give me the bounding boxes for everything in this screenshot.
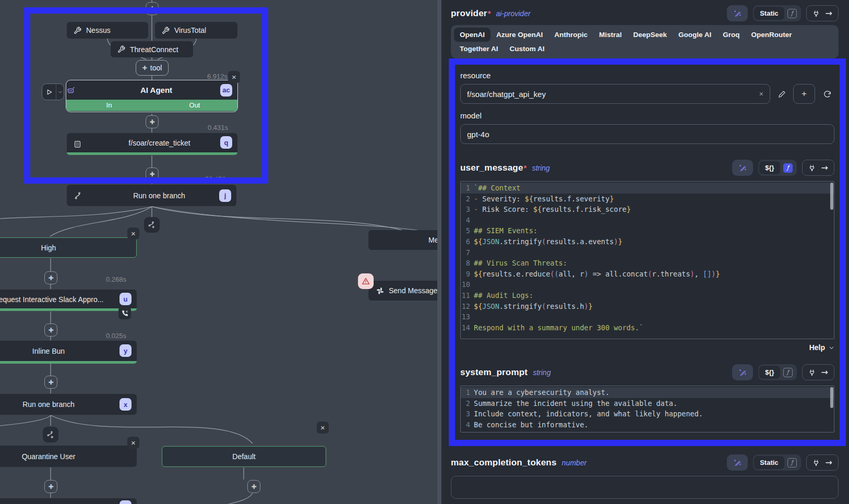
arrow-right-icon[interactable]: → <box>821 367 828 377</box>
input-mode-toggle[interactable]: Static ƒ <box>753 5 800 21</box>
node-run-one-branch-1[interactable]: Run one branch j <box>67 185 236 206</box>
port-in[interactable]: In <box>66 100 152 111</box>
function-mode-icon[interactable]: ƒ <box>783 368 793 377</box>
code-line[interactable]: 8## Virus Scan Threats: <box>461 258 834 269</box>
add-resource-button[interactable]: + <box>793 84 815 104</box>
model-input[interactable]: gpt-4o <box>460 124 834 144</box>
code-line[interactable]: 4Be concise but informative. <box>461 419 834 430</box>
plug-icon[interactable] <box>808 164 816 172</box>
canvas-scrollbar[interactable] <box>437 0 441 504</box>
template-mode-button[interactable]: ${} <box>759 161 780 174</box>
workflow-canvas[interactable]: ✚ Nessus VirusTotal ThreatConnect ✚ tool… <box>0 0 437 504</box>
editor-scrollbar[interactable] <box>830 183 833 210</box>
input-mode-toggle[interactable]: ${} ƒ <box>758 364 796 380</box>
node-nessus[interactable]: Nessus <box>67 22 148 39</box>
plug-icon[interactable] <box>808 369 816 376</box>
close-icon[interactable]: × <box>317 422 329 434</box>
plug-icon[interactable] <box>812 459 820 466</box>
add-branch-button[interactable] <box>144 217 160 233</box>
provider-tab-anthropic[interactable]: Anthropic <box>548 28 593 42</box>
node-quarantine-user[interactable]: Quarantine User <box>0 446 137 467</box>
input-mode-toggle[interactable]: Static ƒ <box>753 454 800 471</box>
close-icon[interactable]: × <box>127 227 139 239</box>
add-tool-button[interactable]: ✚ tool <box>136 60 169 76</box>
function-mode-icon[interactable]: ƒ <box>787 458 797 467</box>
provider-tab-google-ai[interactable]: Google AI <box>673 28 717 42</box>
help-label[interactable]: Help <box>809 343 825 352</box>
provider-tab-deepseek[interactable]: DeepSeek <box>628 28 673 42</box>
node-create-ticket[interactable]: f/soar/create_ticket q <box>67 133 237 155</box>
provider-tab-groq[interactable]: Groq <box>717 28 745 42</box>
add-step-connector[interactable]: ✚ <box>44 376 57 389</box>
arrow-right-icon[interactable]: → <box>826 8 832 18</box>
node-send-message[interactable]: Send Message <box>368 281 437 301</box>
code-line[interactable]: 10 <box>461 279 834 290</box>
code-line[interactable]: 13 <box>461 311 834 322</box>
plug-icon[interactable] <box>812 10 820 17</box>
add-step-connector[interactable]: ✚ <box>146 2 159 15</box>
node-branch-high[interactable]: High <box>0 237 137 258</box>
close-icon[interactable]: × <box>127 437 139 449</box>
editor-scrollbar[interactable] <box>830 387 833 408</box>
code-line[interactable]: 3Include context, indicators, and what l… <box>461 409 834 419</box>
node-clipped-bottom[interactable] <box>0 498 137 504</box>
code-line[interactable]: 4 <box>461 215 834 226</box>
provider-tab-together-ai[interactable]: Together AI <box>454 42 504 56</box>
add-step-connector[interactable]: ✚ <box>146 115 159 128</box>
play-icon[interactable] <box>42 84 56 100</box>
input-mode-toggle[interactable]: ${} ƒ <box>758 160 796 176</box>
code-line[interactable]: 7 <box>461 247 834 258</box>
ai-fill-button[interactable] <box>727 454 748 471</box>
add-step-connector[interactable]: ✚ <box>247 480 260 493</box>
connect-io-group[interactable]: → <box>806 454 839 471</box>
connect-io-group[interactable]: → <box>802 160 834 176</box>
code-line[interactable]: 11## Audit Logs: <box>461 290 834 301</box>
static-mode-button[interactable]: Static <box>754 7 784 20</box>
template-mode-button[interactable]: ${} <box>759 366 780 379</box>
refresh-icon[interactable] <box>820 90 834 99</box>
user-message-code-editor[interactable]: 1`## Context2- Severity: ${results.f.sev… <box>460 181 834 339</box>
resource-input[interactable]: f/soar/chatgpt_api_key × <box>460 84 770 104</box>
close-icon[interactable]: × <box>228 71 240 83</box>
add-step-connector[interactable]: ✚ <box>44 271 57 284</box>
node-branch-default[interactable]: Default <box>162 446 326 467</box>
phone-callback-icon[interactable] <box>118 307 131 319</box>
connect-io-group[interactable]: → <box>802 364 834 380</box>
node-slack-approval[interactable]: Request Interactive Slack Appro... u <box>0 290 137 311</box>
arrow-right-icon[interactable]: → <box>821 163 828 173</box>
ai-fill-button[interactable] <box>732 160 753 176</box>
chevron-down-icon[interactable] <box>829 345 834 351</box>
system-prompt-code-editor[interactable]: 1You are a cybersecurity analyst.2Summar… <box>460 386 834 433</box>
code-line[interactable]: 3- Risk Score: ${results.f.risk_score} <box>461 204 834 215</box>
code-line[interactable]: 12${JSON.stringify(results.h)} <box>461 301 834 312</box>
code-line[interactable]: 2Summarize the incident using the availa… <box>461 398 834 409</box>
port-out[interactable]: Out <box>152 100 237 111</box>
code-line[interactable]: 5## SIEM Events: <box>461 225 834 236</box>
provider-tab-mistral[interactable]: Mistral <box>593 28 628 42</box>
provider-tab-custom-ai[interactable]: Custom AI <box>504 42 551 56</box>
add-step-connector[interactable]: ✚ <box>146 167 159 181</box>
code-line[interactable]: 1`## Context <box>461 183 834 194</box>
add-step-connector[interactable]: ✚ <box>44 323 57 337</box>
static-mode-button[interactable]: Static <box>754 456 784 469</box>
node-ai-agent[interactable]: AI Agent ac In Out <box>66 80 238 112</box>
node-virustotal[interactable]: VirusTotal <box>155 22 237 39</box>
add-step-connector[interactable]: ✚ <box>44 480 57 493</box>
node-threatconnect[interactable]: ThreatConnect <box>111 41 193 57</box>
function-mode-icon[interactable]: ƒ <box>783 163 793 173</box>
max-completion-tokens-input[interactable] <box>451 476 839 499</box>
chevron-down-icon[interactable] <box>56 84 64 100</box>
function-mode-icon[interactable]: ƒ <box>787 9 797 18</box>
provider-tab-openrouter[interactable]: OpenRouter <box>746 28 798 42</box>
provider-tab-azure-openai[interactable]: Azure OpenAI <box>491 28 548 42</box>
code-line[interactable]: 2- Severity: ${results.f.severity} <box>461 194 834 205</box>
provider-tab-openai[interactable]: OpenAI <box>454 28 491 42</box>
code-line[interactable]: 6${JSON.stringify(results.a.events)} <box>461 236 834 247</box>
arrow-right-icon[interactable]: → <box>826 458 832 467</box>
node-inline-bun[interactable]: Inline Bun y <box>0 341 137 364</box>
ai-fill-button[interactable] <box>727 5 748 21</box>
code-line[interactable]: 14Respond with a summary under 300 words… <box>461 322 834 333</box>
edit-pencil-icon[interactable] <box>775 90 788 98</box>
node-run-one-branch-2[interactable]: Run one branch x <box>0 394 137 415</box>
code-line[interactable]: 1You are a cybersecurity analyst. <box>461 387 834 398</box>
